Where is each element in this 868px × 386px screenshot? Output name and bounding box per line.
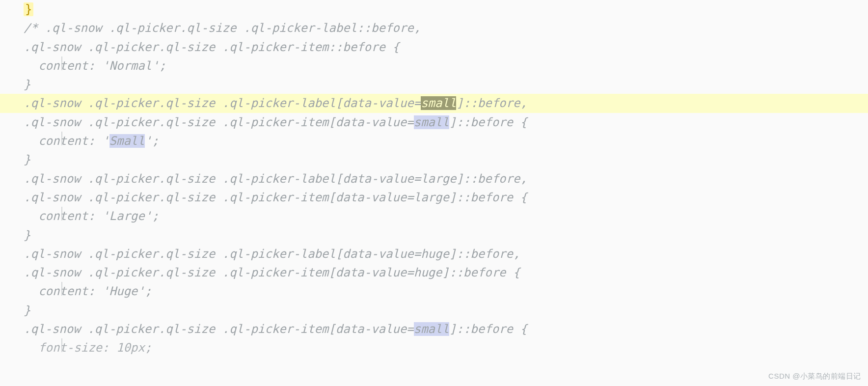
code-line: content: 'Huge'; xyxy=(24,282,152,301)
code-line: } xyxy=(24,228,30,242)
code-line: .ql-snow .ql-picker.ql-size .ql-picker-l… xyxy=(24,172,527,186)
watermark-text: CSDN @小菜鸟的前端日记 xyxy=(768,372,861,381)
code-line: content: 'Large'; xyxy=(24,207,159,225)
code-line: } xyxy=(24,78,30,91)
code-block[interactable]: } /* .ql-snow .ql-picker.ql-size .ql-pic… xyxy=(0,0,868,358)
closing-brace: } xyxy=(24,2,33,16)
code-line: .ql-snow .ql-picker.ql-size .ql-picker-i… xyxy=(24,115,527,129)
search-match: small xyxy=(414,322,449,336)
code-line: .ql-snow .ql-picker.ql-size .ql-picker-i… xyxy=(24,322,527,336)
code-line: .ql-snow .ql-picker.ql-size .ql-picker-i… xyxy=(24,40,400,54)
code-line: .ql-snow .ql-picker.ql-size .ql-picker-l… xyxy=(24,247,520,261)
code-line: font-size: 10px; xyxy=(24,338,152,357)
search-match-current: small xyxy=(421,96,456,110)
code-line: .ql-snow .ql-picker.ql-size .ql-picker-i… xyxy=(24,191,527,204)
code-line: } xyxy=(24,153,30,166)
code-line: .ql-snow .ql-picker.ql-size .ql-picker-i… xyxy=(24,266,520,279)
search-match: small xyxy=(414,115,449,129)
code-line: content: 'Small'; xyxy=(24,132,159,150)
code-line: content: 'Normal'; xyxy=(24,56,166,75)
code-line-highlighted: .ql-snow .ql-picker.ql-size .ql-picker-l… xyxy=(0,94,868,112)
code-line: } xyxy=(24,303,30,317)
search-match: Small xyxy=(109,134,145,148)
code-line: /* .ql-snow .ql-picker.ql-size .ql-picke… xyxy=(24,21,421,35)
